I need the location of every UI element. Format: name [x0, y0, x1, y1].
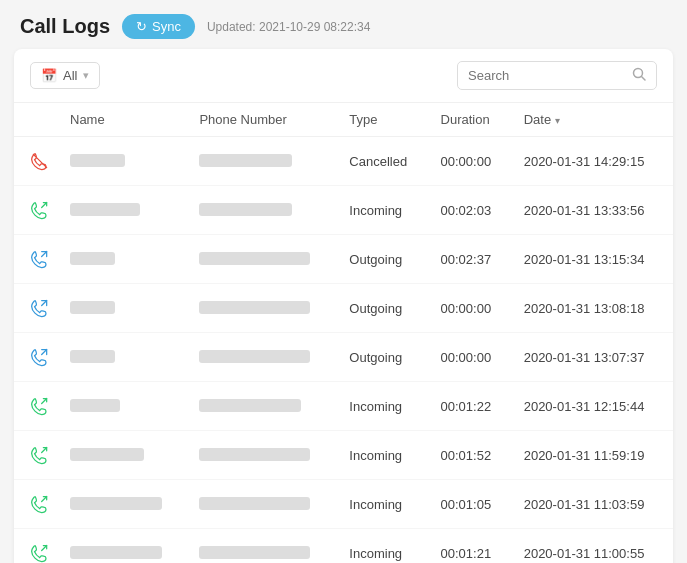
sync-button[interactable]: ↻ Sync: [122, 14, 195, 39]
calendar-icon: 📅: [41, 68, 57, 83]
call-type-icon: [14, 284, 58, 333]
call-duration: 00:00:00: [429, 137, 512, 186]
phone-number: ███████████: [187, 382, 337, 431]
contact-name: ████: [58, 333, 187, 382]
table-wrap: Name Phone Number Type Duration Date ▾ █…: [14, 103, 673, 563]
call-duration: 00:02:37: [429, 235, 512, 284]
table-row: ███████████████Incoming00:01:222020-01-3…: [14, 382, 673, 431]
call-duration: 00:00:00: [429, 284, 512, 333]
toolbar: 📅 All ▾: [14, 49, 673, 103]
call-logs-table: Name Phone Number Type Duration Date ▾ █…: [14, 103, 673, 563]
call-type-icon: [14, 480, 58, 529]
phone-number: ████████████: [187, 284, 337, 333]
phone-number: ██████████: [187, 137, 337, 186]
table-row: ████████████████Outgoing00:00:002020-01-…: [14, 333, 673, 382]
call-type-icon: [14, 382, 58, 431]
search-input[interactable]: [468, 68, 626, 83]
table-row: █████████████████Incoming00:02:032020-01…: [14, 186, 673, 235]
contact-name: ████: [58, 235, 187, 284]
phone-number: ████████████: [187, 235, 337, 284]
contact-name: ██████████: [58, 529, 187, 564]
call-type: Outgoing: [337, 284, 428, 333]
call-date: 2020-01-31 13:15:34: [512, 235, 673, 284]
phone-number: ████████████: [187, 333, 337, 382]
phone-number: ████████████: [187, 431, 337, 480]
contact-name: ██████████: [58, 480, 187, 529]
page-title: Call Logs: [20, 15, 110, 38]
call-date: 2020-01-31 11:03:59: [512, 480, 673, 529]
sync-icon: ↻: [136, 19, 147, 34]
call-type: Incoming: [337, 480, 428, 529]
svg-line-9: [42, 497, 47, 502]
call-type: Incoming: [337, 382, 428, 431]
call-type-icon: [14, 235, 58, 284]
contact-name: ████████: [58, 431, 187, 480]
call-type-icon: [14, 431, 58, 480]
call-type: Incoming: [337, 186, 428, 235]
call-duration: 00:00:00: [429, 333, 512, 382]
call-type: Incoming: [337, 529, 428, 564]
col-header-icon: [14, 103, 58, 137]
contact-name: ████: [58, 137, 187, 186]
call-duration: 00:01:22: [429, 382, 512, 431]
contact-name: ████: [58, 382, 187, 431]
table-row: ██████████████████████Incoming00:01:0520…: [14, 480, 673, 529]
col-header-type: Type: [337, 103, 428, 137]
phone-number: ██████████: [187, 186, 337, 235]
call-duration: 00:01:52: [429, 431, 512, 480]
svg-line-10: [42, 546, 47, 551]
call-type: Incoming: [337, 431, 428, 480]
call-date: 2020-01-31 12:15:44: [512, 382, 673, 431]
table-row: ████████████████Outgoing00:02:372020-01-…: [14, 235, 673, 284]
contact-name: ████: [58, 284, 187, 333]
call-date: 2020-01-31 13:07:37: [512, 333, 673, 382]
col-header-date[interactable]: Date ▾: [512, 103, 673, 137]
col-header-name: Name: [58, 103, 187, 137]
svg-line-7: [42, 399, 47, 404]
call-date: 2020-01-31 11:00:55: [512, 529, 673, 564]
call-type-icon: [14, 529, 58, 564]
phone-number: ████████████: [187, 480, 337, 529]
svg-line-5: [42, 301, 47, 306]
call-type-icon: [14, 137, 58, 186]
call-type-icon: [14, 333, 58, 382]
call-type: Outgoing: [337, 333, 428, 382]
call-duration: 00:01:05: [429, 480, 512, 529]
svg-line-6: [42, 350, 47, 355]
filter-label: All: [63, 68, 77, 83]
sort-icon: ▾: [555, 115, 560, 126]
call-type: Cancelled: [337, 137, 428, 186]
table-row: ██████████████████████Incoming00:01:2120…: [14, 529, 673, 564]
main-card: 📅 All ▾ Name: [14, 49, 673, 563]
table-row: ████████████████Outgoing00:00:002020-01-…: [14, 284, 673, 333]
header: Call Logs ↻ Sync Updated: 2021-10-29 08:…: [0, 0, 687, 49]
contact-name: ███████: [58, 186, 187, 235]
table-header-row: Name Phone Number Type Duration Date ▾: [14, 103, 673, 137]
call-date: 2020-01-31 13:33:56: [512, 186, 673, 235]
svg-line-1: [642, 77, 646, 81]
updated-timestamp: Updated: 2021-10-29 08:22:34: [207, 20, 370, 34]
phone-number: ████████████: [187, 529, 337, 564]
col-header-duration: Duration: [429, 103, 512, 137]
call-type-icon: [14, 186, 58, 235]
svg-line-4: [42, 252, 47, 257]
filter-dropdown[interactable]: 📅 All ▾: [30, 62, 100, 89]
table-row: ██████████████Cancelled00:00:002020-01-3…: [14, 137, 673, 186]
call-duration: 00:01:21: [429, 529, 512, 564]
col-header-phone: Phone Number: [187, 103, 337, 137]
search-box: [457, 61, 657, 90]
call-date: 2020-01-31 13:08:18: [512, 284, 673, 333]
page-wrapper: Call Logs ↻ Sync Updated: 2021-10-29 08:…: [0, 0, 687, 563]
chevron-down-icon: ▾: [83, 69, 89, 82]
call-date: 2020-01-31 14:29:15: [512, 137, 673, 186]
call-type: Outgoing: [337, 235, 428, 284]
call-duration: 00:02:03: [429, 186, 512, 235]
svg-line-3: [42, 203, 47, 208]
svg-line-8: [42, 448, 47, 453]
search-icon: [632, 67, 646, 84]
call-date: 2020-01-31 11:59:19: [512, 431, 673, 480]
sync-label: Sync: [152, 19, 181, 34]
table-row: ████████████████████Incoming00:01:522020…: [14, 431, 673, 480]
